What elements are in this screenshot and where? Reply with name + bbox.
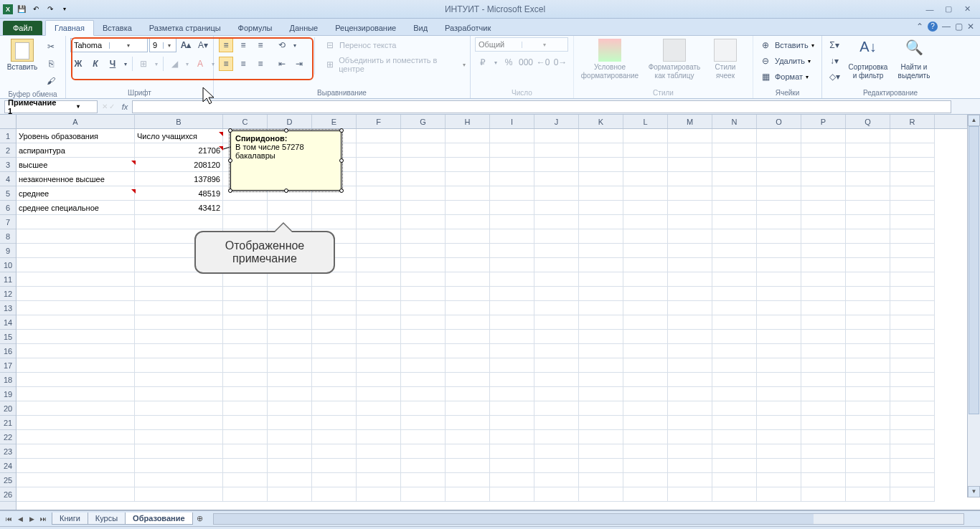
- font-size-combo[interactable]: 9▾: [149, 38, 176, 52]
- font-name-combo[interactable]: Tahoma▾: [70, 38, 148, 52]
- cell[interactable]: [446, 186, 490, 201]
- row-header[interactable]: 24: [0, 459, 16, 473]
- cell[interactable]: [357, 129, 401, 143]
- cells-area[interactable]: Уровень образованияЧисло учащихсяаспиран…: [17, 129, 980, 502]
- cell[interactable]: [757, 358, 801, 373]
- cell[interactable]: [401, 186, 446, 201]
- cell[interactable]: [135, 330, 223, 344]
- cell[interactable]: [446, 229, 490, 244]
- row-header[interactable]: 10: [0, 258, 16, 272]
- cell[interactable]: [268, 301, 312, 315]
- cell[interactable]: [668, 373, 712, 387]
- indent-increase-button[interactable]: ⇥: [292, 57, 306, 71]
- cell[interactable]: [446, 129, 490, 143]
- cell[interactable]: [223, 358, 268, 373]
- cell[interactable]: [401, 344, 446, 358]
- cell[interactable]: [401, 373, 446, 387]
- cell[interactable]: [401, 473, 446, 487]
- cell[interactable]: [17, 215, 135, 229]
- cell[interactable]: [712, 272, 757, 287]
- cell[interactable]: [801, 330, 846, 344]
- cell[interactable]: [534, 401, 579, 416]
- comma-button[interactable]: 000: [519, 55, 533, 70]
- cell[interactable]: [446, 487, 490, 502]
- cell[interactable]: [623, 330, 668, 344]
- cell[interactable]: [623, 244, 668, 258]
- column-header[interactable]: G: [401, 115, 446, 128]
- cell[interactable]: [268, 459, 312, 473]
- cell[interactable]: [846, 301, 890, 315]
- cell[interactable]: аспирантура: [17, 143, 135, 158]
- cell[interactable]: [801, 401, 846, 416]
- cell[interactable]: [401, 229, 446, 244]
- cell[interactable]: [801, 358, 846, 373]
- cell[interactable]: [401, 258, 446, 272]
- cell[interactable]: [801, 172, 846, 186]
- paste-button[interactable]: Вставить: [4, 37, 40, 73]
- cell[interactable]: [623, 344, 668, 358]
- horizontal-scrollbar[interactable]: [213, 513, 964, 525]
- cell[interactable]: [490, 459, 534, 473]
- cell[interactable]: [357, 373, 401, 387]
- cell[interactable]: [401, 129, 446, 143]
- cell[interactable]: [623, 315, 668, 330]
- cell[interactable]: [490, 301, 534, 315]
- cell[interactable]: [668, 416, 712, 430]
- row-header[interactable]: 15: [0, 330, 16, 344]
- cell[interactable]: [579, 287, 623, 301]
- cell[interactable]: [757, 215, 801, 229]
- cell[interactable]: [401, 244, 446, 258]
- cell[interactable]: [712, 287, 757, 301]
- cell[interactable]: 208120: [135, 158, 223, 172]
- cell[interactable]: [17, 258, 135, 272]
- cell[interactable]: [312, 430, 357, 444]
- cell[interactable]: [846, 158, 890, 172]
- cell[interactable]: [846, 373, 890, 387]
- column-header[interactable]: M: [668, 115, 712, 128]
- row-header[interactable]: 25: [0, 473, 16, 487]
- cell[interactable]: [579, 373, 623, 387]
- cell[interactable]: [401, 172, 446, 186]
- cell[interactable]: [446, 172, 490, 186]
- row-header[interactable]: 14: [0, 315, 16, 330]
- clear-button[interactable]: ◇▾: [827, 70, 842, 84]
- underline-dd[interactable]: ▾: [123, 57, 128, 71]
- cell[interactable]: [890, 301, 935, 315]
- autosum-button[interactable]: Σ▾: [827, 38, 842, 52]
- cell[interactable]: [712, 444, 757, 459]
- sheet-tab-books[interactable]: Книги: [52, 513, 88, 525]
- cell[interactable]: [312, 473, 357, 487]
- cell[interactable]: [357, 244, 401, 258]
- tab-page-layout[interactable]: Разметка страницы: [141, 21, 230, 35]
- name-box[interactable]: Примечание 1▾: [4, 100, 98, 113]
- file-tab[interactable]: Файл: [3, 21, 42, 35]
- cell[interactable]: [579, 358, 623, 373]
- cell[interactable]: [490, 158, 534, 172]
- cell[interactable]: [312, 459, 357, 473]
- fill-color-button[interactable]: ◢: [167, 57, 182, 71]
- cell[interactable]: [668, 244, 712, 258]
- cell[interactable]: [446, 215, 490, 229]
- column-header[interactable]: N: [712, 115, 757, 128]
- cell[interactable]: [579, 344, 623, 358]
- cell[interactable]: [534, 129, 579, 143]
- cell[interactable]: [623, 416, 668, 430]
- delete-cells-button[interactable]: ⊖Удалить▾: [758, 53, 811, 69]
- sheet-nav-next[interactable]: ▶: [26, 515, 37, 523]
- sheet-nav-last[interactable]: ⏭: [37, 515, 49, 523]
- cell[interactable]: [312, 401, 357, 416]
- cell[interactable]: [446, 358, 490, 373]
- format-cells-button[interactable]: ▦Формат▾: [758, 69, 809, 85]
- tab-data[interactable]: Данные: [281, 21, 326, 35]
- percent-button[interactable]: %: [501, 55, 516, 70]
- cell[interactable]: [312, 315, 357, 330]
- cell[interactable]: [534, 315, 579, 330]
- cell[interactable]: [846, 215, 890, 229]
- column-header[interactable]: B: [135, 115, 223, 128]
- cell[interactable]: [579, 201, 623, 215]
- cell[interactable]: [312, 487, 357, 502]
- cell[interactable]: [490, 430, 534, 444]
- cell[interactable]: [757, 143, 801, 158]
- scroll-down-button[interactable]: ▼: [968, 486, 980, 497]
- cell[interactable]: [490, 387, 534, 401]
